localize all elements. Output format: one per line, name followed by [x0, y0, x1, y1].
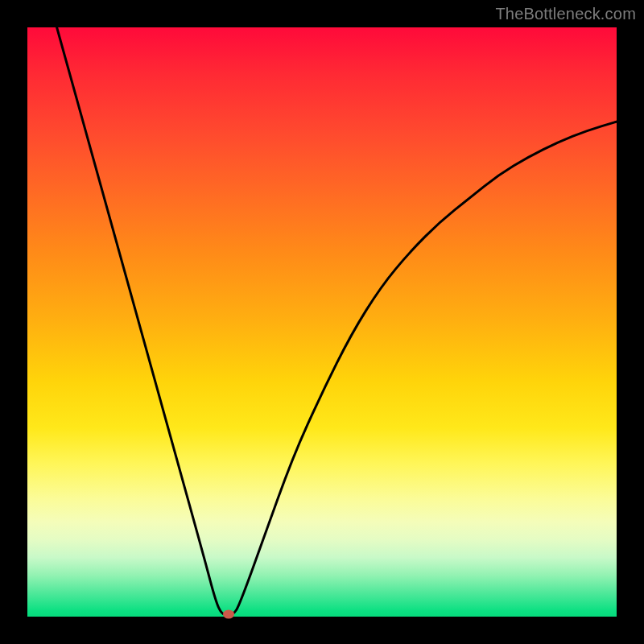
- watermark-text: TheBottleneck.com: [495, 5, 636, 23]
- optimal-point-marker: [223, 610, 234, 619]
- chart-frame: TheBottleneck.com: [0, 0, 644, 644]
- curve-path: [57, 27, 617, 614]
- plot-area: [27, 27, 617, 617]
- bottleneck-curve: [27, 27, 617, 617]
